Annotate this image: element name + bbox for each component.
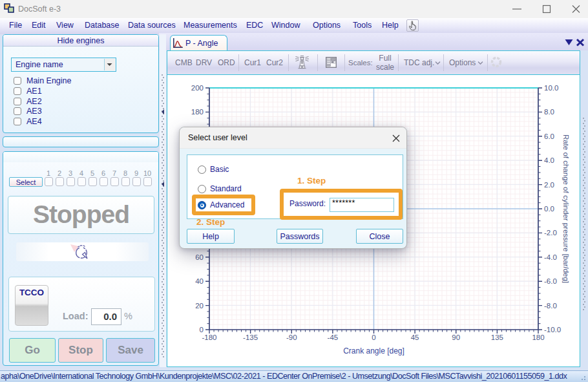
svg-text:Crank angle [deg]: Crank angle [deg] [343, 346, 404, 355]
svg-text:20: 20 [195, 302, 204, 310]
svg-text:0: 0 [372, 334, 375, 341]
svg-text:-4.0: -4.0 [544, 253, 557, 261]
svg-text:Rate of change of cylinder pre: Rate of change of cylinder pressure [bar… [562, 134, 570, 283]
svg-text:0: 0 [200, 326, 204, 334]
svg-text:180: 180 [191, 108, 204, 116]
svg-text:40: 40 [195, 277, 204, 285]
svg-text:200: 200 [191, 84, 204, 92]
svg-text:90: 90 [452, 334, 460, 341]
svg-text:-180: -180 [202, 334, 216, 341]
svg-text:-2.0: -2.0 [544, 229, 557, 237]
svg-text:60: 60 [195, 253, 204, 261]
svg-text:-45: -45 [328, 334, 339, 341]
svg-text:-8.0: -8.0 [544, 302, 557, 310]
svg-text:0.0: 0.0 [544, 205, 554, 213]
svg-text:180: 180 [532, 334, 544, 341]
svg-text:135: 135 [491, 334, 503, 341]
svg-text:4.0: 4.0 [544, 156, 554, 164]
svg-text:6.0: 6.0 [544, 133, 554, 140]
svg-text:8.0: 8.0 [544, 108, 554, 116]
svg-text:2.0: 2.0 [544, 181, 554, 189]
svg-text:-90: -90 [286, 334, 297, 341]
svg-text:-6.0: -6.0 [544, 277, 557, 285]
svg-text:-10.0: -10.0 [544, 326, 561, 334]
svg-text:10.0: 10.0 [544, 84, 558, 92]
svg-text:-135: -135 [243, 334, 258, 341]
svg-text:45: 45 [411, 334, 419, 341]
